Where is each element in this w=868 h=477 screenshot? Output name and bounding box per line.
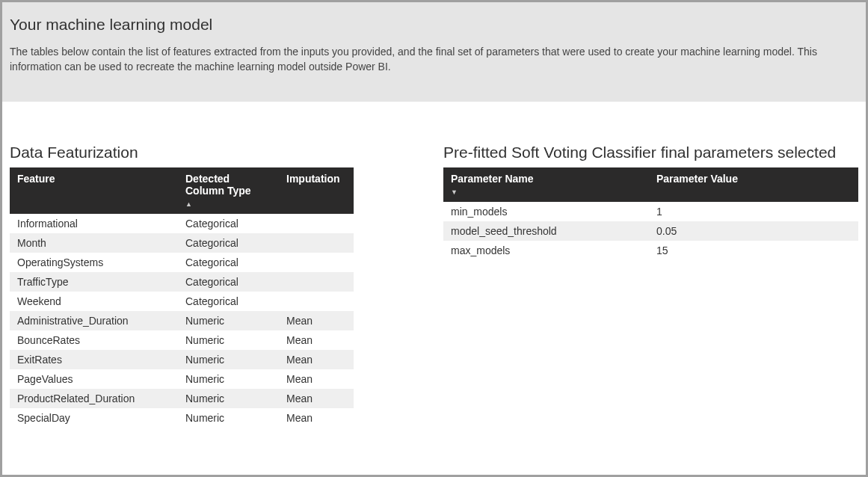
table-row[interactable]: model_seed_threshold0.05 xyxy=(443,221,858,241)
table-cell: Numeric xyxy=(178,311,279,330)
table-cell: Categorical xyxy=(178,253,279,272)
column-header-label: Parameter Value xyxy=(656,173,738,185)
table-cell xyxy=(279,233,354,253)
table-cell: Mean xyxy=(279,369,354,389)
table-row[interactable]: MonthCategorical xyxy=(10,233,354,253)
page-title: Your machine learning model xyxy=(10,16,858,34)
table-row[interactable]: PageValuesNumericMean xyxy=(10,369,354,389)
table-row[interactable]: BounceRatesNumericMean xyxy=(10,330,354,350)
sort-desc-icon: ▼ xyxy=(451,188,458,196)
column-header-param-value[interactable]: Parameter Value xyxy=(649,167,858,202)
table-cell: 0.05 xyxy=(649,221,858,241)
table-cell: Mean xyxy=(279,330,354,350)
table-cell: Numeric xyxy=(178,330,279,350)
table-cell: 15 xyxy=(649,241,858,260)
table-row[interactable]: TrafficTypeCategorical xyxy=(10,272,354,292)
table-cell: 1 xyxy=(649,202,858,221)
table-row[interactable]: SpecialDayNumericMean xyxy=(10,408,354,428)
column-header-label: Feature xyxy=(17,173,55,185)
table-cell xyxy=(279,214,354,233)
table-cell: Categorical xyxy=(178,292,279,311)
page-description: The tables below contain the list of fea… xyxy=(10,44,858,75)
report-container: Your machine learning model The tables b… xyxy=(2,2,866,475)
table-cell: Categorical xyxy=(178,214,279,233)
table-row[interactable]: Administrative_DurationNumericMean xyxy=(10,311,354,330)
table-cell xyxy=(279,253,354,272)
parameters-panel: Pre-fitted Soft Voting Classifier final … xyxy=(443,144,858,428)
table-cell: Administrative_Duration xyxy=(10,311,178,330)
table-cell: TrafficType xyxy=(10,272,178,292)
table-cell: Month xyxy=(10,233,178,253)
table-row[interactable]: OperatingSystemsCategorical xyxy=(10,253,354,272)
table-cell: Mean xyxy=(279,311,354,330)
featurization-table: Feature Detected Column Type ▲ Imputatio… xyxy=(10,167,354,428)
table-cell: Mean xyxy=(279,350,354,369)
column-header-label: Imputation xyxy=(286,173,340,185)
table-cell: Numeric xyxy=(178,350,279,369)
table-cell: Numeric xyxy=(178,408,279,428)
table-cell: ProductRelated_Duration xyxy=(10,389,178,408)
parameters-title: Pre-fitted Soft Voting Classifier final … xyxy=(443,144,858,161)
table-row[interactable]: ExitRatesNumericMean xyxy=(10,350,354,369)
content-section: Data Featurization Feature Detected Colu… xyxy=(2,102,866,435)
table-cell: Mean xyxy=(279,408,354,428)
table-cell: SpecialDay xyxy=(10,408,178,428)
table-cell: Mean xyxy=(279,389,354,408)
table-cell xyxy=(279,292,354,311)
table-row[interactable]: InformationalCategorical xyxy=(10,214,354,233)
table-row[interactable]: ProductRelated_DurationNumericMean xyxy=(10,389,354,408)
table-cell: model_seed_threshold xyxy=(443,221,649,241)
table-cell: Numeric xyxy=(178,389,279,408)
table-cell: Weekend xyxy=(10,292,178,311)
column-header-label: Parameter Name xyxy=(451,173,534,185)
table-row[interactable]: min_models1 xyxy=(443,202,858,221)
table-cell: BounceRates xyxy=(10,330,178,350)
table-cell xyxy=(279,272,354,292)
table-cell: Informational xyxy=(10,214,178,233)
table-cell: PageValues xyxy=(10,369,178,389)
column-header-label: Detected Column Type xyxy=(185,173,251,197)
table-header-row: Feature Detected Column Type ▲ Imputatio… xyxy=(10,167,354,214)
column-header-param-name[interactable]: Parameter Name ▼ xyxy=(443,167,649,202)
table-cell: OperatingSystems xyxy=(10,253,178,272)
table-row[interactable]: WeekendCategorical xyxy=(10,292,354,311)
table-header-row: Parameter Name ▼ Parameter Value xyxy=(443,167,858,202)
table-cell: max_models xyxy=(443,241,649,260)
column-header-imputation[interactable]: Imputation xyxy=(279,167,354,214)
featurization-title: Data Featurization xyxy=(10,144,354,161)
table-row[interactable]: max_models15 xyxy=(443,241,858,260)
column-header-detected-type[interactable]: Detected Column Type ▲ xyxy=(178,167,279,214)
featurization-panel: Data Featurization Feature Detected Colu… xyxy=(10,144,354,428)
sort-asc-icon: ▲ xyxy=(185,200,192,208)
parameters-table: Parameter Name ▼ Parameter Value min_mod… xyxy=(443,167,858,260)
table-cell: Categorical xyxy=(178,272,279,292)
table-cell: min_models xyxy=(443,202,649,221)
table-cell: ExitRates xyxy=(10,350,178,369)
table-cell: Categorical xyxy=(178,233,279,253)
table-cell: Numeric xyxy=(178,369,279,389)
column-header-feature[interactable]: Feature xyxy=(10,167,178,214)
header-section: Your machine learning model The tables b… xyxy=(2,2,866,102)
